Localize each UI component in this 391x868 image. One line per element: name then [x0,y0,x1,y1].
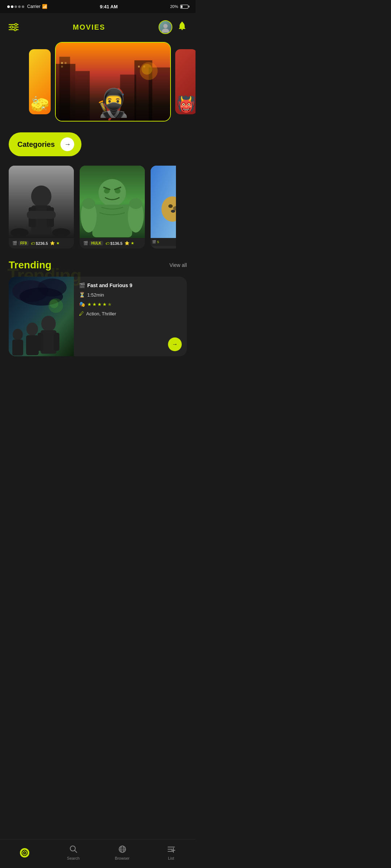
signal-dot-3 [14,5,17,8]
clapper-icon: 🎭 [79,301,85,307]
scooby-film-icon: 🎬 S [152,240,159,244]
svg-point-5 [14,29,16,31]
svg-point-55 [50,299,58,308]
trending-section: Trending Trending View all [0,252,196,360]
svg-rect-30 [27,211,56,219]
film-meta-icon: 🎬 [12,241,17,246]
bottom-spacer [0,360,196,392]
movies-scroll: 🎬 FF9 🏷 $236.5 ⭐ ★ [9,166,187,248]
svg-point-3 [10,26,13,28]
categories-button[interactable]: Categories → [9,132,81,156]
trending-genres: Action, Thriller [86,311,116,316]
hulk-price-item: 🏷 $136.5 [105,241,123,246]
trending-movie-title-row: 🎬 Fast and Furious 9 [79,282,182,288]
arrow-icon: → [64,141,71,148]
bell-button[interactable] [177,21,187,33]
avatar-image [159,21,172,33]
svg-point-34 [98,179,126,207]
scooby-meta: 🎬 S [152,240,175,244]
avatar[interactable] [159,20,172,34]
carousel-card-deadpool[interactable]: 🦸 🥷 [55,42,171,122]
status-bar: Carrier 📶 9:41 AM 20% [0,0,196,13]
svg-rect-20 [138,66,140,68]
ff9-title-badge: FF9 [18,241,29,246]
carousel-track: 🧽 [0,42,196,122]
hulk-image [80,166,145,238]
hulk-title-badge: HULK [89,241,103,246]
svg-rect-13 [75,71,90,121]
sponge-bg: 🧽 [29,49,51,114]
signal-dot-5 [22,5,24,8]
svg-rect-16 [61,66,63,68]
hulk-rating-item: ⭐ ★ [125,241,134,246]
svg-point-43 [129,198,142,209]
carousel-card-sponge[interactable]: 🧽 [29,49,51,114]
svg-rect-14 [61,62,63,64]
hulk-film-icon: 🎬 [83,241,88,246]
categories-label: Categories [17,140,55,149]
svg-point-47 [168,204,173,208]
signal-dot-1 [7,5,10,8]
trending-card[interactable]: 🎬 Fast and Furious 9 ⏳ 1:52min 🎭 ★ ★ ★ ★… [9,277,187,356]
svg-point-7 [162,29,169,33]
battery-percent: 20% [170,4,178,9]
svg-rect-9 [181,22,183,23]
filter-button[interactable] [9,23,20,31]
svg-point-8 [181,29,183,30]
deadpool-visual: 🦸 🥷 [56,43,170,121]
svg-point-6 [163,24,168,28]
signal-dots [7,5,24,8]
movie-card-scooby[interactable]: 🎬 S [151,166,176,248]
svg-point-56 [41,316,56,332]
trending-rating-row: 🎭 ★ ★ ★ ★ ★ [79,301,182,307]
trending-duration: 1:52min [87,292,104,298]
header-right [159,20,187,34]
stars-row: ★ ★ ★ ★ ★ [87,302,112,307]
carrier-label: Carrier [27,4,41,9]
svg-point-32 [52,228,70,237]
svg-point-1 [15,24,17,26]
hourglass-icon: ⏳ [79,292,85,298]
trending-duration-row: ⏳ 1:52min [79,292,182,298]
trending-go-button[interactable]: → [168,337,182,351]
star-2: ★ [92,302,97,307]
status-right: 20% [170,4,188,9]
star-5: ★ [108,302,112,307]
trending-header: Trending Trending View all [9,259,187,271]
svg-rect-12 [59,57,70,121]
view-all-button[interactable]: View all [169,262,187,268]
scooby-svg [151,166,176,238]
rating-icon: ⭐ [50,241,55,246]
movie-card-ff9[interactable]: 🎬 FF9 🏷 $236.5 ⭐ ★ [9,166,74,248]
trending-movie-name: Fast and Furious 9 [87,282,132,288]
trending-title-wrap: Trending Trending [9,259,51,271]
header: MOVIES [0,13,196,38]
movie-card-hulk[interactable]: 🎬 HULK 🏷 $136.5 ⭐ ★ [80,166,145,248]
svg-point-31 [10,228,29,237]
trending-title: Trending [9,259,51,271]
categories-section: Categories → [0,125,196,160]
ff9-price: $236.5 [36,241,48,246]
svg-rect-63 [12,340,23,356]
ff9-meta: 🎬 FF9 🏷 $236.5 ⭐ ★ [12,241,70,246]
carousel-card-villain[interactable]: 👹 [175,49,196,114]
star-1: ★ [87,302,92,307]
scooby-info: 🎬 S [151,238,176,246]
ff9-info: 🎬 FF9 🏷 $236.5 ⭐ ★ [9,238,74,248]
trending-genre-row: 🖊 Action, Thriller [79,311,182,316]
status-time: 9:41 AM [100,4,118,9]
hulk-price: $136.5 [110,241,123,246]
price-icon: 🏷 [31,241,35,246]
hulk-svg [80,166,145,238]
svg-rect-15 [65,62,67,64]
scooby-image [151,166,176,238]
hulk-price-icon: 🏷 [105,241,109,246]
ff9-title-item: 🎬 FF9 [12,241,29,246]
svg-rect-59 [54,333,59,351]
categories-arrow: → [60,137,74,151]
svg-point-23 [142,64,152,75]
ff9-star: ★ [56,241,60,246]
svg-point-62 [13,329,23,340]
ff9-svg [9,166,74,238]
hulk-meta: 🎬 HULK 🏷 $136.5 ⭐ ★ [83,241,141,246]
